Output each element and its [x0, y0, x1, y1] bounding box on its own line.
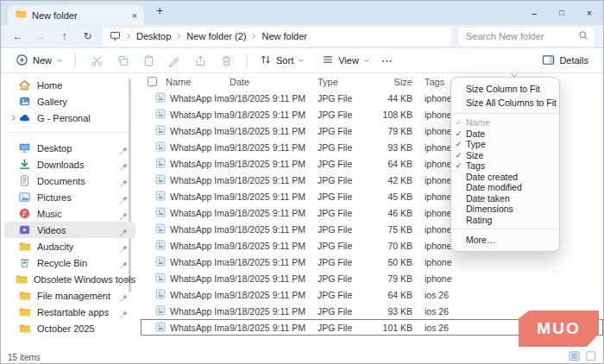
new-button[interactable]: New: [11, 53, 67, 68]
select-all-checkbox[interactable]: [148, 77, 157, 86]
sidebar-item-g-personal[interactable]: G - Personal: [4, 110, 135, 126]
sidebar-item-restartable-apps[interactable]: Restartable apps: [4, 304, 135, 320]
up-button[interactable]: ↑: [56, 30, 72, 42]
jpg-file-icon: [155, 158, 166, 170]
sidebar-item-home[interactable]: Home: [4, 77, 135, 93]
file-date: 9/18/2025 9:11 PM: [230, 224, 318, 235]
file-size: 75 KB: [378, 224, 416, 235]
folder-icon: [18, 322, 31, 335]
jpg-file-icon: [155, 207, 166, 219]
close-button[interactable]: ×: [576, 1, 603, 25]
sidebar-item-pictures[interactable]: Pictures: [4, 189, 135, 205]
menu-item-date-modified[interactable]: Date modified: [451, 182, 559, 193]
sidebar-item-label: Desktop: [37, 143, 72, 154]
sidebar-item-file-management[interactable]: File management: [4, 287, 135, 304]
file-type: JPG File: [318, 306, 378, 317]
file-type: JPG File: [318, 257, 378, 267]
menu-item-date[interactable]: ✓ Date: [451, 129, 559, 140]
sidebar-item-desktop[interactable]: Desktop: [4, 140, 135, 156]
toolbar-divider: [247, 53, 248, 67]
cut-icon[interactable]: [86, 54, 107, 67]
maximize-button[interactable]: □: [548, 1, 576, 25]
desktop-icon: [18, 141, 31, 154]
menu-item-size-all-columns-to-fit[interactable]: Size All Columns to Fit: [451, 96, 559, 110]
rename-icon[interactable]: [164, 54, 185, 67]
tab-title: New folder: [32, 10, 127, 21]
breadcrumb-item[interactable]: Desktop: [136, 31, 171, 41]
menu-item-dimensions[interactable]: Dimensions: [451, 204, 559, 215]
sort-button[interactable]: Sort: [255, 53, 309, 67]
search-input[interactable]: [464, 30, 575, 42]
sidebar-item-gallery[interactable]: Gallery: [4, 93, 135, 110]
sidebar-item-music[interactable]: Music: [4, 205, 135, 222]
chevron-right-icon[interactable]: [8, 114, 18, 122]
breadcrumb-item[interactable]: New folder (2): [186, 31, 246, 41]
file-name: WhatsApp Imag...: [170, 306, 230, 317]
explorer-tab[interactable]: New folder ×: [8, 5, 144, 25]
sidebar-item-recycle-bin[interactable]: Recycle Bin: [4, 254, 135, 271]
file-size: 44 KB: [378, 93, 416, 104]
new-tab-button[interactable]: +: [151, 3, 168, 17]
breadcrumb[interactable]: Desktop New folder (2) New folder: [103, 28, 451, 46]
view-button[interactable]: View: [318, 53, 374, 67]
refresh-button[interactable]: ↻: [79, 30, 96, 42]
back-button[interactable]: ←: [9, 30, 26, 42]
file-type: JPG File: [318, 273, 378, 284]
sidebar-item-videos[interactable]: Videos: [4, 222, 135, 238]
details-pane-button[interactable]: Details: [538, 53, 593, 68]
menu-item-more[interactable]: More…: [451, 233, 559, 247]
breadcrumb-item[interactable]: New folder: [261, 31, 307, 41]
menu-item-size[interactable]: ✓ Size: [451, 150, 559, 161]
sidebar-item-documents[interactable]: Documents: [4, 173, 135, 189]
file-name: WhatsApp Imag...: [170, 175, 230, 185]
file-type: JPG File: [318, 290, 378, 300]
menu-item-size-column-to-fit[interactable]: Size Column to Fit: [451, 82, 559, 96]
delete-icon[interactable]: [216, 54, 236, 67]
column-header-name[interactable]: Name: [145, 77, 230, 87]
jpg-file-icon: [155, 240, 166, 252]
file-type: JPG File: [318, 110, 378, 120]
menu-item-rating[interactable]: Rating: [451, 215, 559, 226]
pin-icon: [119, 242, 129, 251]
thumbnail-view-toggle-icon[interactable]: [586, 351, 596, 363]
file-type: JPG File: [318, 241, 378, 251]
sidebar-item-audacity[interactable]: Audacity: [4, 238, 135, 254]
file-type: JPG File: [318, 224, 378, 235]
file-size: 46 KB: [378, 208, 416, 218]
file-name: WhatsApp Imag...: [170, 142, 230, 153]
copy-icon[interactable]: [112, 54, 133, 67]
file-row[interactable]: WhatsApp Imag... 9/18/2025 9:11 PM JPG F…: [141, 254, 603, 270]
tab-close-icon[interactable]: ×: [132, 10, 137, 21]
jpg-file-icon: [155, 109, 166, 121]
paste-icon[interactable]: [138, 54, 159, 67]
details-view-toggle-icon[interactable]: [569, 351, 581, 363]
file-size: 101 KB: [378, 323, 416, 333]
sidebar-item-october-2025[interactable]: October 2025: [4, 320, 135, 336]
column-header-type[interactable]: Type: [318, 77, 378, 87]
sort-button-label: Sort: [276, 55, 293, 66]
more-options-button[interactable]: ⋯: [381, 54, 393, 67]
pin-icon: [119, 209, 129, 218]
sidebar-item-label: October 2025: [37, 323, 95, 334]
forward-button[interactable]: →: [33, 30, 49, 42]
share-icon[interactable]: [190, 54, 211, 67]
menu-item-date-taken[interactable]: Date taken: [451, 193, 559, 204]
downloads-icon: [18, 158, 31, 171]
videos-icon: [18, 223, 31, 236]
sidebar-item-label: Home: [37, 80, 62, 91]
file-row[interactable]: WhatsApp Imag... 9/18/2025 9:11 PM JPG F…: [141, 286, 603, 303]
menu-item-date-created[interactable]: Date created: [451, 172, 559, 183]
file-row[interactable]: WhatsApp Imag... 9/18/2025 9:11 PM JPG F…: [141, 270, 603, 286]
minimize-button[interactable]: –: [520, 1, 548, 25]
menu-item-name[interactable]: ✓ Name: [451, 117, 559, 129]
menu-item-tags[interactable]: ✓ Tags: [451, 160, 559, 172]
menu-item-type[interactable]: ✓ Type: [451, 139, 559, 150]
column-header-size[interactable]: Size: [378, 77, 416, 87]
file-size: 64 KB: [378, 159, 416, 169]
home-icon: [18, 78, 31, 91]
sidebar-item-downloads[interactable]: Downloads: [4, 156, 135, 173]
file-size: 93 KB: [378, 142, 416, 153]
column-header-date[interactable]: Date: [230, 77, 318, 87]
sidebar-item-obsolete-windows-tools[interactable]: Obsolete Windows tools: [4, 271, 135, 287]
toolbar-divider: [75, 53, 76, 67]
